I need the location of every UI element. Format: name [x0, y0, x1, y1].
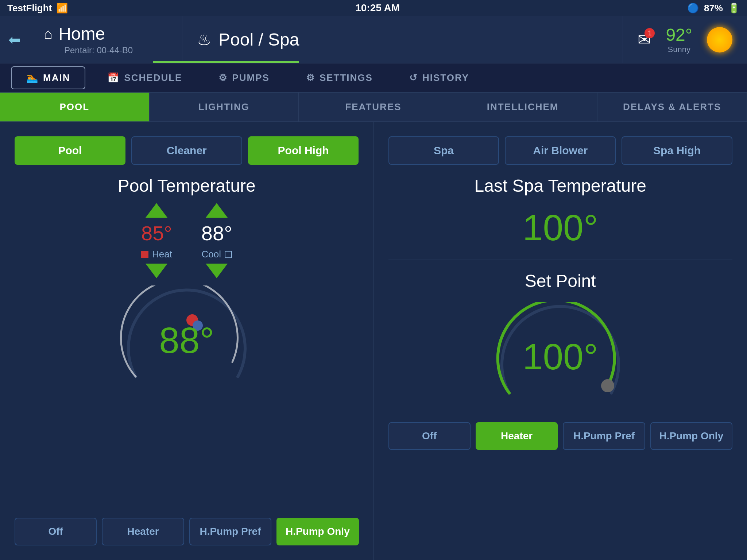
pool-off-label: Off	[48, 526, 63, 537]
schedule-icon: 📅	[107, 72, 120, 83]
subtab-pool[interactable]: POOL	[0, 93, 150, 121]
pool-temp-section: Pool Temperature 85° Heat 88° Cool	[15, 176, 359, 507]
spa-heater-button[interactable]: Heater	[476, 422, 558, 450]
home-title: Home	[58, 24, 105, 44]
last-spa-temp-value: 100°	[388, 207, 733, 249]
pumps-label: PUMPS	[232, 72, 269, 83]
svg-point-2	[601, 379, 614, 392]
main-icon: 🏊	[26, 72, 39, 83]
pool-heater-button[interactable]: Heater	[102, 518, 184, 545]
cool-down-arrow[interactable]	[206, 264, 228, 278]
back-icon: ⬅	[8, 31, 21, 48]
delays-alerts-tab-label: DELAYS & ALERTS	[623, 101, 721, 113]
spa-heater-label: Heater	[501, 430, 533, 442]
mail-badge: 1	[645, 28, 655, 38]
tab-pumps[interactable]: ⚙ PUMPS	[204, 67, 284, 89]
pool-off-button[interactable]: Off	[15, 518, 97, 545]
pool-dial-value: 88°	[159, 319, 214, 361]
heat-label-text: Heat	[152, 249, 172, 260]
features-tab-label: FEATURES	[345, 101, 401, 113]
sun-icon	[707, 27, 732, 52]
pool-btn-label: Pool	[58, 144, 82, 156]
lighting-tab-label: LIGHTING	[198, 101, 249, 113]
spa-high-btn-label: Spa High	[653, 144, 701, 156]
status-left: TestFlight 📶	[7, 3, 68, 14]
spa-hpump-only-button[interactable]: H.Pump Only	[650, 422, 732, 450]
air-blower-btn-label: Air Blower	[533, 144, 588, 156]
heat-control: 85° Heat	[141, 203, 172, 278]
pool-spa-icon: ♨	[197, 30, 211, 49]
heat-temp-value: 85°	[141, 221, 172, 245]
pool-heater-label: Heater	[127, 526, 159, 537]
weather-display: 92° Sunny	[666, 25, 692, 54]
cool-up-arrow[interactable]	[206, 203, 228, 218]
tab-history[interactable]: ↺ HISTORY	[395, 67, 484, 89]
spa-control-buttons: Spa Air Blower Spa High	[388, 136, 733, 165]
settings-label: SETTINGS	[320, 72, 373, 83]
settings-icon: ⚙	[306, 72, 315, 83]
cool-label-text: Cool	[201, 249, 221, 260]
home-subtitle: Pentair: 00-44-B0	[44, 45, 167, 55]
cleaner-button[interactable]: Cleaner	[131, 136, 242, 165]
last-spa-temp-title: Last Spa Temperature	[388, 176, 733, 196]
subtab-features[interactable]: FEATURES	[299, 93, 448, 121]
spa-bottom-buttons: Off Heater H.Pump Pref H.Pump Only	[388, 422, 733, 450]
subtab-lighting[interactable]: LIGHTING	[150, 93, 299, 121]
pool-button[interactable]: Pool	[15, 136, 125, 165]
active-bar	[153, 61, 299, 63]
spa-button[interactable]: Spa	[388, 136, 499, 165]
pool-spa-section: ♨ Pool / Spa	[182, 16, 623, 63]
home-section: ⌂ Home Pentair: 00-44-B0	[29, 16, 182, 63]
status-time: 10:25 AM	[355, 2, 400, 14]
setpoint-title: Set Point	[388, 271, 733, 291]
spa-hpump-pref-button[interactable]: H.Pump Pref	[563, 422, 645, 450]
pool-temp-controls: 85° Heat 88° Cool	[141, 203, 232, 278]
main-content: Pool Cleaner Pool High Pool Temperature …	[0, 122, 747, 560]
back-button[interactable]: ⬅	[0, 16, 29, 63]
bluetooth-icon: 🔵	[687, 3, 699, 14]
subtab-intellichem[interactable]: INTELLICHEM	[448, 93, 598, 121]
history-label: HISTORY	[422, 72, 469, 83]
pumps-icon: ⚙	[218, 72, 228, 83]
pool-hpump-only-label: H.Pump Only	[286, 526, 350, 537]
nav-tabs: 🏊 MAIN 📅 SCHEDULE ⚙ PUMPS ⚙ SETTINGS ↺ H…	[0, 63, 747, 93]
spa-setpoint-dial: 100°	[388, 302, 733, 411]
tab-main[interactable]: 🏊 MAIN	[11, 66, 85, 89]
air-blower-button[interactable]: Air Blower	[505, 136, 616, 165]
mail-button[interactable]: ✉ 1	[638, 30, 651, 49]
cool-temp-value: 88°	[201, 221, 232, 245]
sub-tabs: POOL LIGHTING FEATURES INTELLICHEM DELAY…	[0, 93, 747, 122]
header: ⬅ ⌂ Home Pentair: 00-44-B0 ♨ Pool / Spa …	[0, 16, 747, 63]
wifi-icon: 📶	[56, 3, 68, 14]
heat-color-indicator	[141, 251, 148, 258]
spa-panel: Spa Air Blower Spa High Last Spa Tempera…	[374, 122, 747, 560]
cool-control: 88° Cool	[201, 203, 232, 278]
spa-high-button[interactable]: Spa High	[622, 136, 732, 165]
tab-settings[interactable]: ⚙ SETTINGS	[291, 67, 387, 89]
pool-hpump-only-button[interactable]: H.Pump Only	[276, 518, 359, 545]
spa-btn-label: Spa	[434, 144, 454, 156]
pool-temp-title: Pool Temperature	[118, 176, 256, 196]
intellichem-tab-label: INTELLICHEM	[487, 101, 559, 113]
pool-hpump-pref-label: H.Pump Pref	[200, 526, 261, 537]
heat-label: Heat	[141, 249, 172, 260]
subtab-delays-alerts[interactable]: DELAYS & ALERTS	[597, 93, 747, 121]
pool-panel: Pool Cleaner Pool High Pool Temperature …	[0, 122, 374, 560]
header-right: ✉ 1 92° Sunny	[623, 25, 747, 54]
tab-schedule[interactable]: 📅 SCHEDULE	[93, 67, 197, 89]
pool-bottom-buttons: Off Heater H.Pump Pref H.Pump Only	[15, 518, 359, 545]
battery-icon: 🔋	[728, 3, 740, 14]
temperature-display: 92°	[666, 25, 692, 45]
testflight-label: TestFlight	[7, 3, 52, 14]
main-label: MAIN	[43, 72, 70, 83]
battery-label: 87%	[704, 3, 723, 14]
heat-down-arrow[interactable]	[146, 264, 167, 278]
home-title-row: ⌂ Home	[44, 24, 167, 44]
pool-tab-label: POOL	[59, 101, 89, 113]
cool-color-indicator	[225, 251, 232, 258]
spa-hpump-only-label: H.Pump Only	[659, 430, 723, 442]
pool-high-button[interactable]: Pool High	[248, 136, 359, 165]
spa-off-button[interactable]: Off	[388, 422, 471, 450]
pool-hpump-pref-button[interactable]: H.Pump Pref	[189, 518, 271, 545]
heat-up-arrow[interactable]	[146, 203, 167, 218]
